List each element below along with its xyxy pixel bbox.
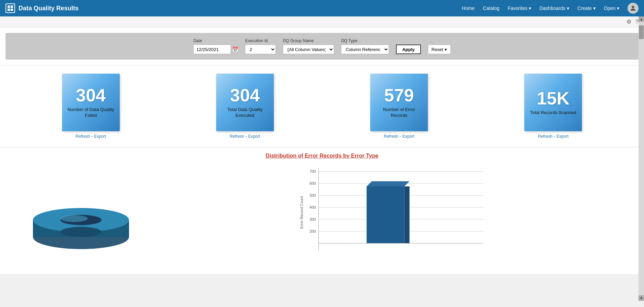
kpi-card-3: 15K Total Records Scanned xyxy=(524,74,582,131)
nav-create[interactable]: Create ▾ xyxy=(577,5,596,11)
date-input-row: 📅 xyxy=(193,45,238,54)
svg-text:400: 400 xyxy=(309,205,316,209)
nav-dashboards[interactable]: Dashboards ▾ xyxy=(539,5,569,11)
date-filter-group: Date 📅 xyxy=(193,38,238,54)
help-icon[interactable]: ? xyxy=(635,19,639,25)
dq-type-select[interactable]: Column Reference xyxy=(341,45,389,54)
kpi-card-1: 304 Total Data Quality Executed xyxy=(216,74,274,131)
execution-id-input-row: 2 xyxy=(245,45,276,54)
nav-home[interactable]: Home xyxy=(462,5,475,11)
top-navigation: Data Quality Results Home Catalog Favori… xyxy=(0,0,644,16)
kpi-refresh-3[interactable]: Refresh xyxy=(538,134,552,139)
toolbar-icons: ⚙ ? xyxy=(627,19,639,25)
filter-panel: Date 📅 Execution Id 2 DQ Group Name xyxy=(5,33,639,60)
svg-marker-26 xyxy=(367,181,410,186)
kpi-label-2: Number of Error Records xyxy=(374,107,424,119)
kpi-export-2[interactable]: Export xyxy=(402,134,414,139)
calendar-icon[interactable]: 📅 xyxy=(232,47,238,52)
kpi-links-2: Refresh - Export xyxy=(384,134,414,139)
user-avatar[interactable] xyxy=(628,3,639,14)
vscroll-up-button[interactable]: ▲ xyxy=(639,16,644,22)
kpi-export-0[interactable]: Export xyxy=(94,134,106,139)
nav-favorites[interactable]: Favorites ▾ xyxy=(508,5,531,11)
kpi-label-0: Number of Data Quality Failed xyxy=(66,107,116,119)
kpi-card-wrapper-1: 304 Total Data Quality Executed Refresh … xyxy=(216,74,274,139)
logo-icon xyxy=(5,3,15,13)
apply-button[interactable]: Apply xyxy=(396,45,421,54)
pie-chart-area xyxy=(12,164,150,269)
dq-type-filter-group: DQ Type Column Reference xyxy=(341,38,389,54)
kpi-label-1: Total Data Quality Executed xyxy=(220,107,270,119)
svg-rect-1 xyxy=(11,5,13,8)
nav-links: Home Catalog Favorites ▾ Dashboards ▾ Cr… xyxy=(462,3,639,14)
toolbar-row: ⚙ ? xyxy=(0,16,644,27)
kpi-export-3[interactable]: Export xyxy=(557,134,569,139)
dq-group-input-row: (All Column Values) xyxy=(283,45,334,54)
svg-text:600: 600 xyxy=(309,181,316,185)
execution-id-label: Execution Id xyxy=(245,38,276,43)
dq-type-input-row: Column Reference xyxy=(341,45,389,54)
vscroll-track xyxy=(639,22,644,295)
vscroll-thumb[interactable] xyxy=(639,25,644,39)
settings-icon[interactable]: ⚙ xyxy=(627,19,631,25)
svg-rect-0 xyxy=(8,5,10,8)
svg-point-10 xyxy=(60,215,88,222)
execution-id-select[interactable]: 2 xyxy=(245,45,276,54)
svg-point-8 xyxy=(60,227,102,237)
kpi-refresh-2[interactable]: Refresh xyxy=(384,134,398,139)
kpi-links-3: Refresh - Export xyxy=(538,134,569,139)
date-label: Date xyxy=(193,38,238,43)
kpi-card-0: 304 Number of Data Quality Failed xyxy=(62,74,120,131)
bar-chart-svg: 700 600 500 400 300 200 xyxy=(156,164,632,267)
kpi-refresh-1[interactable]: Refresh xyxy=(230,134,244,139)
kpi-links-1: Refresh - Export xyxy=(230,134,260,139)
kpi-export-1[interactable]: Export xyxy=(248,134,260,139)
kpi-label-3: Total Records Scanned xyxy=(530,110,576,116)
kpi-card-wrapper-2: 579 Number of Error Records Refresh - Ex… xyxy=(370,74,428,139)
chart-title[interactable]: Distribution of Error Records by Error T… xyxy=(5,153,639,159)
svg-rect-27 xyxy=(367,186,405,243)
nav-catalog[interactable]: Catalog xyxy=(483,5,499,11)
filter-section: Date 📅 Execution Id 2 DQ Group Name xyxy=(0,27,644,65)
dq-group-filter-group: DQ Group Name (All Column Values) xyxy=(283,38,334,54)
kpi-card-wrapper-3: 15K Total Records Scanned Refresh - Expo… xyxy=(524,74,582,139)
svg-point-4 xyxy=(632,6,634,8)
kpi-number-0: 304 xyxy=(76,86,106,104)
kpi-card-2: 579 Number of Error Records xyxy=(370,74,428,131)
svg-text:200: 200 xyxy=(309,229,316,233)
svg-rect-3 xyxy=(11,9,13,11)
svg-text:300: 300 xyxy=(309,217,316,221)
bar-chart-area: 700 600 500 400 300 200 xyxy=(156,164,632,269)
kpi-number-2: 579 xyxy=(384,86,414,104)
kpi-number-3: 15K xyxy=(537,89,570,107)
app-logo: Data Quality Results xyxy=(5,3,79,13)
svg-text:Error Record Count: Error Record Count xyxy=(300,196,304,229)
kpi-number-1: 304 xyxy=(230,86,260,104)
page-content: Date 📅 Execution Id 2 DQ Group Name xyxy=(0,27,644,307)
svg-rect-25 xyxy=(405,186,410,243)
kpi-card-wrapper-0: 304 Number of Data Quality Failed Refres… xyxy=(62,74,120,139)
chart-area: 700 600 500 400 300 200 xyxy=(5,164,639,269)
vertical-scrollbar: ▲ ▼ xyxy=(639,16,644,301)
svg-rect-2 xyxy=(8,9,10,11)
kpi-refresh-0[interactable]: Refresh xyxy=(75,134,90,139)
kpi-links-0: Refresh - Export xyxy=(75,134,106,139)
dq-group-select[interactable]: (All Column Values) xyxy=(283,45,334,54)
app-title: Data Quality Results xyxy=(19,5,79,12)
dq-group-label: DQ Group Name xyxy=(283,38,334,43)
vscroll-down-button[interactable]: ▼ xyxy=(639,295,644,301)
kpi-section: 304 Number of Data Quality Failed Refres… xyxy=(0,65,644,147)
chart-section: Distribution of Error Records by Error T… xyxy=(0,147,644,274)
dq-type-label: DQ Type xyxy=(341,38,389,43)
reset-button[interactable]: Reset ▾ xyxy=(428,45,451,54)
nav-open[interactable]: Open ▾ xyxy=(604,5,619,11)
svg-text:500: 500 xyxy=(309,193,316,197)
pie-chart-svg xyxy=(26,179,136,254)
execution-id-filter-group: Execution Id 2 xyxy=(245,38,276,54)
date-input[interactable] xyxy=(193,45,231,54)
svg-text:700: 700 xyxy=(309,169,316,173)
